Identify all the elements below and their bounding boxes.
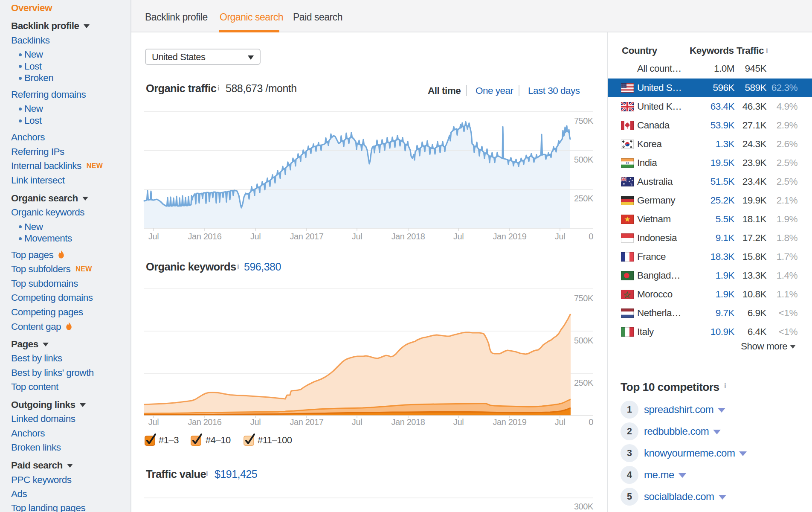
svg-text:Jul: Jul [352,232,362,241]
svg-text:Jan 2019: Jan 2019 [493,232,526,241]
svg-text:0: 0 [589,232,593,241]
svg-text:Jul: Jul [148,417,159,427]
svg-text:250K: 250K [574,194,594,203]
svg-text:Jan 2016: Jan 2016 [188,417,221,427]
svg-text:Jul: Jul [352,417,362,427]
svg-text:Jan 2018: Jan 2018 [391,232,425,241]
svg-text:Jan 2019: Jan 2019 [493,417,526,427]
svg-text:Jul: Jul [453,232,464,241]
svg-text:Jan 2017: Jan 2017 [290,232,323,241]
svg-text:Jul: Jul [148,232,159,241]
svg-text:Jul: Jul [555,417,565,427]
svg-text:750K: 750K [574,116,594,125]
svg-text:0: 0 [589,417,593,427]
svg-text:Jul: Jul [453,417,464,427]
svg-text:Jul: Jul [250,232,261,241]
svg-text:500K: 500K [574,155,594,164]
svg-text:750K: 750K [574,294,594,303]
svg-text:Jan 2017: Jan 2017 [290,417,323,427]
svg-text:500K: 500K [574,336,594,345]
svg-text:Jan 2016: Jan 2016 [188,232,221,241]
svg-text:Jan 2018: Jan 2018 [391,417,425,427]
svg-text:Jul: Jul [250,417,261,427]
svg-text:Jul: Jul [555,232,565,241]
svg-text:250K: 250K [574,378,594,387]
svg-text:300K: 300K [574,502,594,511]
